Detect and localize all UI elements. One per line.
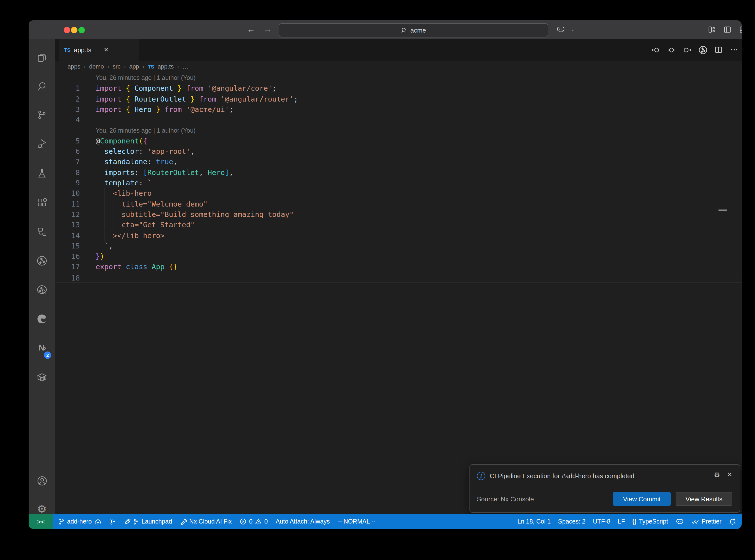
breadcrumb-item[interactable]: demo bbox=[89, 63, 104, 70]
toggle-primary-sidebar-icon[interactable] bbox=[721, 20, 734, 39]
line-number[interactable]: 13 bbox=[55, 220, 80, 231]
breadcrumb-separator: › bbox=[142, 64, 144, 69]
line-number[interactable]: 8 bbox=[55, 167, 80, 178]
sidebar-item-extensions[interactable] bbox=[28, 191, 55, 215]
minimize-window-button[interactable] bbox=[71, 27, 77, 34]
remote-indicator[interactable]: >< bbox=[28, 514, 53, 529]
language-label: TypeScript bbox=[639, 518, 668, 525]
language-status-item[interactable]: {} TypeScript bbox=[633, 518, 668, 525]
line-number[interactable]: 17 bbox=[55, 262, 80, 273]
line-number[interactable]: 5 bbox=[55, 136, 80, 147]
typescript-file-icon: TS bbox=[148, 64, 154, 69]
sidebar-item-source-control[interactable] bbox=[28, 103, 55, 127]
toggle-panel-icon[interactable] bbox=[737, 20, 742, 39]
navigate-forward-button[interactable]: → bbox=[262, 20, 273, 39]
sidebar-item-containers[interactable] bbox=[28, 365, 55, 389]
indentation-status-item[interactable]: Spaces: 2 bbox=[558, 518, 585, 525]
line-number[interactable]: 16 bbox=[55, 252, 80, 262]
problems-status-item[interactable]: 0 0 bbox=[240, 518, 268, 525]
breadcrumb-item[interactable]: app bbox=[129, 63, 139, 70]
search-value: acme bbox=[410, 27, 426, 34]
encoding-label: UTF-8 bbox=[593, 518, 611, 525]
line-number[interactable]: 4 bbox=[55, 115, 80, 125]
run-circle-icon[interactable] bbox=[666, 46, 677, 54]
notifications-bell-item[interactable] bbox=[729, 518, 736, 525]
more-actions-icon[interactable] bbox=[729, 46, 740, 54]
code-line: 3import { Hero } from '@acme/ui'; bbox=[55, 104, 742, 115]
code-line: 1import { Component } from '@angular/cor… bbox=[55, 83, 742, 94]
chevron-down-icon[interactable]: ⌄ bbox=[566, 20, 579, 39]
eol-status-item[interactable]: LF bbox=[618, 518, 625, 525]
code-line: 16}) bbox=[55, 252, 742, 262]
launchpad-status-item[interactable]: Launchpad bbox=[124, 518, 172, 525]
line-number[interactable]: 7 bbox=[55, 157, 80, 167]
step-over-icon[interactable] bbox=[681, 46, 692, 54]
branch-sync-status-item[interactable] bbox=[110, 518, 116, 525]
code-area[interactable]: You, 26 minutes ago | 1 author (You)1imp… bbox=[55, 73, 742, 514]
rocket-icon bbox=[124, 518, 131, 525]
auto-attach-status-item[interactable]: Auto Attach: Always bbox=[276, 518, 330, 525]
vim-mode-status-item[interactable]: -- NORMAL -- bbox=[338, 518, 376, 525]
line-number[interactable]: 9 bbox=[55, 178, 80, 188]
line-number[interactable]: 12 bbox=[55, 209, 80, 220]
navigate-back-button[interactable]: ← bbox=[245, 20, 256, 39]
line-number[interactable]: 1 bbox=[55, 83, 80, 94]
step-back-icon[interactable] bbox=[650, 46, 661, 54]
copilot-icon bbox=[675, 518, 684, 525]
cursor-position-status-item[interactable]: Ln 18, Col 1 bbox=[518, 518, 551, 525]
breadcrumb-item-file[interactable]: app.ts bbox=[158, 63, 174, 70]
sidebar-item-graph-search[interactable] bbox=[28, 278, 55, 302]
project-graph-icon[interactable] bbox=[697, 45, 708, 55]
line-number[interactable]: 10 bbox=[55, 188, 80, 199]
status-bar: >< add-hero Launchpad Nx Cloud AI bbox=[28, 514, 742, 529]
cursor-position-label: Ln 18, Col 1 bbox=[518, 518, 551, 525]
line-number[interactable]: 6 bbox=[55, 146, 80, 157]
nx-cloud-status-item[interactable]: Nx Cloud AI Fix bbox=[180, 518, 232, 525]
customize-layout-icon[interactable] bbox=[705, 20, 718, 39]
copilot-icon[interactable] bbox=[554, 20, 567, 39]
encoding-status-item[interactable]: UTF-8 bbox=[593, 518, 611, 525]
sidebar-item-run-debug[interactable] bbox=[28, 133, 55, 156]
code-text: export class App {} bbox=[96, 262, 178, 273]
command-center-search[interactable]: acme bbox=[279, 23, 549, 38]
prettier-status-item[interactable]: Prettier bbox=[691, 518, 721, 525]
breadcrumb-item[interactable]: src bbox=[113, 63, 121, 70]
copilot-status-item[interactable] bbox=[675, 518, 684, 525]
close-window-button[interactable] bbox=[64, 27, 70, 34]
close-tab-icon[interactable]: ✕ bbox=[103, 46, 108, 53]
line-number[interactable]: 3 bbox=[55, 104, 80, 115]
split-editor-icon[interactable] bbox=[713, 46, 724, 54]
notification-settings-icon[interactable]: ⚙ bbox=[714, 471, 720, 479]
code-text: @Component({ bbox=[96, 136, 147, 147]
tab-app-ts[interactable]: TS app.ts ✕ bbox=[59, 39, 139, 61]
line-number[interactable]: 11 bbox=[55, 199, 80, 209]
sidebar-item-testing[interactable] bbox=[28, 162, 55, 185]
code-line: 12 subtitle="Build something amazing tod… bbox=[55, 209, 742, 220]
prettier-label: Prettier bbox=[701, 518, 721, 525]
breadcrumb-separator: › bbox=[84, 64, 85, 69]
breadcrumb-symbol[interactable]: … bbox=[182, 63, 188, 70]
sidebar-item-explorer[interactable] bbox=[28, 46, 55, 69]
zoom-window-button[interactable] bbox=[78, 27, 85, 34]
code-text: import { Hero } from '@acme/ui'; bbox=[96, 104, 234, 115]
view-results-button[interactable]: View Results bbox=[676, 492, 732, 506]
screen: ← → acme ⌄ bbox=[0, 0, 755, 560]
notification-close-icon[interactable]: ✕ bbox=[727, 471, 732, 478]
sidebar-item-search[interactable] bbox=[28, 75, 55, 98]
code-text: standalone: true, bbox=[96, 157, 178, 167]
accounts-icon[interactable] bbox=[28, 469, 55, 493]
sidebar-item-nx-console[interactable]: N› 2 bbox=[28, 336, 55, 360]
line-number[interactable]: 2 bbox=[55, 94, 80, 104]
branch-status-item[interactable]: add-hero bbox=[58, 518, 102, 525]
launchpad-label: Launchpad bbox=[141, 518, 172, 525]
view-commit-button[interactable]: View Commit bbox=[613, 492, 671, 506]
line-number[interactable]: 14 bbox=[55, 231, 80, 241]
notification-toast: i CI Pipeline Execution for #add-hero ha… bbox=[470, 464, 740, 513]
sidebar-item-hierarchy[interactable] bbox=[28, 220, 55, 243]
breadcrumb[interactable]: apps › demo › src › app › TS app.ts › … bbox=[55, 61, 742, 73]
sidebar-item-project-graph[interactable] bbox=[28, 249, 55, 273]
breadcrumb-item[interactable]: apps bbox=[67, 63, 80, 70]
line-number[interactable]: 18 bbox=[55, 273, 80, 283]
sidebar-item-edge-tools[interactable] bbox=[28, 307, 55, 331]
line-number[interactable]: 15 bbox=[55, 241, 80, 252]
